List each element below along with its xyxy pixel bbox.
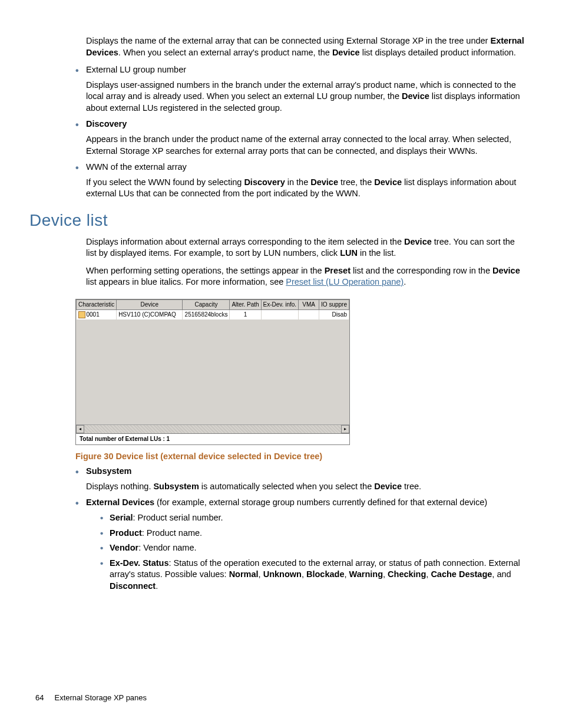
list-item: Product: Product name. <box>100 528 527 539</box>
text: 0001 <box>87 311 100 318</box>
val: Blockade <box>306 569 344 579</box>
sep: , and <box>492 569 511 579</box>
section-paragraph: Displays information about external arra… <box>86 236 527 259</box>
text: : Product serial number. <box>133 513 223 522</box>
table-row[interactable]: 0001 HSV110 (C)COMPAQ 25165824blocks 1 D… <box>77 309 349 319</box>
section-paragraph: When performing setting operations, the … <box>86 265 527 288</box>
list-item-body: If you select the WWN found by selecting… <box>86 177 527 200</box>
footer-title: External Storage XP panes <box>54 693 147 702</box>
list-item-title: Discovery <box>86 119 127 129</box>
col-device[interactable]: Device <box>117 299 183 309</box>
val: Normal <box>229 569 259 579</box>
label: Serial <box>110 513 133 522</box>
text: : Vendor name. <box>138 543 196 552</box>
text: tree, the <box>338 177 374 187</box>
lun-icon <box>78 311 85 318</box>
list-item: Vendor: Vendor name. <box>100 542 527 554</box>
text: . <box>156 581 158 591</box>
val: Unknown <box>263 569 302 579</box>
list-item-body: Displays nothing. Subsystem is automatic… <box>86 481 527 493</box>
col-characteristic[interactable]: Characteristic <box>77 299 117 309</box>
text: list and the corresponding row in the <box>351 266 492 275</box>
label: Product <box>110 528 142 538</box>
cell-characteristic: 0001 <box>77 309 117 319</box>
col-io-suppress[interactable]: IO suppre <box>319 299 349 309</box>
text: in the <box>285 177 311 187</box>
list-item-title: External LU group number <box>86 65 186 74</box>
val: Cache Destage <box>431 569 492 579</box>
list-item-body: Displays user-assigned numbers in the br… <box>86 80 527 114</box>
text: list appears in blue italics. For more i… <box>86 277 286 286</box>
list-item-external-devices: External Devices (for example, external … <box>75 497 527 592</box>
list-item: External LU group number Displays user-a… <box>75 64 527 114</box>
val: Disconnect <box>110 581 156 591</box>
text-bold: Device <box>374 177 402 187</box>
figure-caption: Figure 30 Device list (external device s… <box>75 451 527 463</box>
table-footer: Total number of External LUs : 1 <box>76 433 349 444</box>
device-list-box: Characteristic Device Capacity Alter. Pa… <box>75 299 350 445</box>
text-bold: Discovery <box>244 177 285 187</box>
text: . <box>404 277 406 286</box>
text-bold: Subsystem <box>153 482 199 491</box>
text-bold: Device <box>492 266 520 275</box>
bottom-bullet-list: Subsystem Displays nothing. Subsystem is… <box>75 466 527 592</box>
list-item: WWN of the external array If you select … <box>75 162 527 200</box>
list-item-title: External Devices <box>86 498 154 507</box>
sep: , <box>383 569 388 579</box>
inner-list: Serial: Product serial number. Product: … <box>100 512 527 592</box>
cell-vma <box>299 309 319 319</box>
table-header-row: Characteristic Device Capacity Alter. Pa… <box>77 299 349 309</box>
section-heading-device-list: Device list <box>29 209 527 232</box>
text: is automatically selected when you selec… <box>199 482 374 491</box>
list-item: Discovery Appears in the branch under th… <box>75 118 527 157</box>
horizontal-scrollbar[interactable]: ◂ ▸ <box>76 424 349 433</box>
text: : Product name. <box>142 528 202 538</box>
text-bold: LUN <box>340 248 358 258</box>
text: tree. <box>402 482 421 491</box>
label: Vendor <box>110 543 138 552</box>
text: Appears in the branch under the product … <box>86 134 511 156</box>
device-list-table: Characteristic Device Capacity Alter. Pa… <box>76 299 349 319</box>
scroll-left-button[interactable]: ◂ <box>76 425 84 433</box>
list-item-exdev-status: Ex-Dev. Status: Status of the operation … <box>100 558 527 592</box>
text-bold: Device <box>402 91 429 101</box>
sep: , <box>344 569 349 579</box>
list-item-subsystem: Subsystem Displays nothing. Subsystem is… <box>75 466 527 492</box>
cell-device: HSV110 (C)COMPAQ <box>117 309 183 319</box>
list-item-title: Subsystem <box>86 466 131 476</box>
sep: , <box>302 569 306 579</box>
page-number: 64 <box>35 693 44 702</box>
cell-capacity: 25165824blocks <box>183 309 230 319</box>
list-item-body: Appears in the branch under the product … <box>86 134 527 157</box>
val: Warning <box>349 569 383 579</box>
col-vma[interactable]: VMA <box>299 299 319 309</box>
preset-list-link[interactable]: Preset list (LU Operation pane) <box>286 277 404 286</box>
text: (for example, external storage group num… <box>154 498 487 507</box>
cell-exdev <box>261 309 299 319</box>
list-item: Serial: Product serial number. <box>100 512 527 524</box>
table-empty-area <box>76 319 349 424</box>
text: list displays detailed product informati… <box>360 48 516 57</box>
col-capacity[interactable]: Capacity <box>183 299 230 309</box>
cell-io: Disab <box>319 309 349 319</box>
figure-device-list: Characteristic Device Capacity Alter. Pa… <box>75 299 350 445</box>
text: in the list. <box>358 248 396 258</box>
list-item-title: WWN of the external array <box>86 162 187 172</box>
text-bold: Device <box>374 482 402 491</box>
text-bold: Device <box>310 177 338 187</box>
text-bold: Device <box>332 48 360 57</box>
col-alter-path[interactable]: Alter. Path <box>230 299 261 309</box>
sep: , <box>259 569 263 579</box>
text: Displays the name of the external array … <box>86 36 490 45</box>
text: When performing setting operations, the … <box>86 266 325 275</box>
text: Displays information about external arra… <box>86 237 404 246</box>
text: Displays nothing. <box>86 482 153 491</box>
scroll-right-button[interactable]: ▸ <box>341 425 349 433</box>
val: Checking <box>388 569 426 579</box>
label: Ex-Dev. Status <box>110 558 168 568</box>
text-bold: Preset <box>325 266 351 275</box>
text: . When you select an external array's pr… <box>118 48 332 57</box>
text-bold: Device <box>404 237 432 246</box>
col-exdev-info[interactable]: Ex-Dev. info. <box>261 299 299 309</box>
text: If you select the WWN found by selecting <box>86 177 244 187</box>
